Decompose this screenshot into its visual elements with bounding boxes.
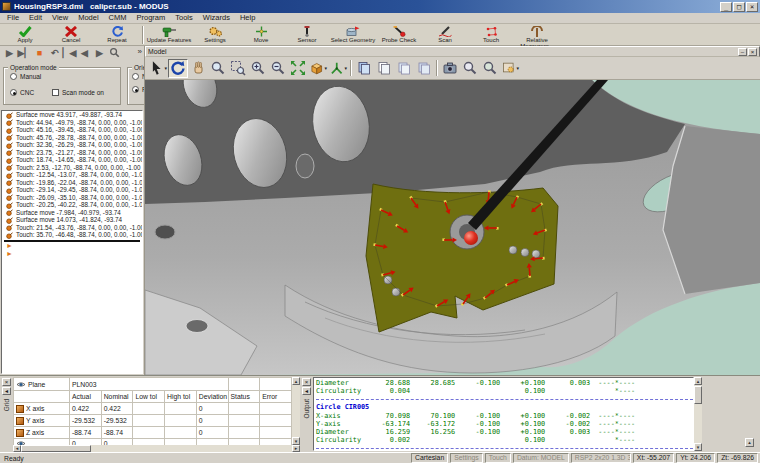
find-step-button[interactable]: [107, 47, 122, 61]
playback-button[interactable]: ▶: [2, 47, 17, 61]
output-collapse-button[interactable]: ◂: [302, 387, 311, 395]
apply-button[interactable]: Apply: [2, 25, 48, 43]
playback-button[interactable]: ◀: [77, 47, 92, 61]
output-scrollbar[interactable]: ▴ ▾: [694, 377, 702, 451]
program-step-item[interactable]: Touch: -29.14, -29.45, -88.74, 0.00, 0.0…: [2, 186, 142, 194]
zoom-all-button[interactable]: [480, 59, 500, 78]
cell-actual[interactable]: 0.422: [70, 403, 102, 415]
scrollbar-thumb[interactable]: [21, 445, 91, 452]
playback-button[interactable]: ▶: [92, 47, 107, 61]
grid-vertical-scrollbar[interactable]: ▴ ▾: [292, 377, 300, 445]
zoom-in-button[interactable]: [248, 59, 268, 78]
scrollbar-thumb[interactable]: [694, 386, 702, 404]
measurement-output[interactable]: Diameter 28.688 28.685 -0.100 +0.100 0.0…: [313, 377, 694, 451]
rotate-view-button[interactable]: [168, 59, 188, 78]
title-bar[interactable]: HousingRSP3.dmi caliper.sub - MODUS _ □ …: [0, 0, 760, 13]
move-button[interactable]: Move: [238, 25, 284, 43]
orient-n-radio[interactable]: [132, 73, 139, 80]
select-cursor-button[interactable]: ▾: [148, 59, 168, 78]
model-close-button[interactable]: ×: [748, 48, 757, 56]
program-step-item[interactable]: Touch: 45.16, -39.45, -88.74, 0.00, 0.00…: [2, 126, 142, 134]
minimize-button[interactable]: _: [720, 2, 732, 12]
playback-button[interactable]: ▶▏: [17, 47, 32, 61]
grid-horizontal-scrollbar[interactable]: ◂ ▸: [13, 445, 300, 452]
cancel-button[interactable]: Cancel: [48, 25, 94, 43]
program-step-item[interactable]: Surface move -7.984, -40.979, -93.74: [2, 209, 142, 217]
repeat-button[interactable]: Repeat: [94, 25, 140, 43]
cell-nominal[interactable]: 0.422: [101, 403, 133, 415]
playback-button[interactable]: ↶: [47, 47, 62, 61]
display-options-button[interactable]: ▾: [500, 59, 520, 78]
cell-high-tol[interactable]: [165, 415, 197, 427]
program-step-item[interactable]: Touch: 35.70, -46.48, -88.74, 0.00, 0.00…: [2, 231, 142, 239]
scan-button[interactable]: Scan: [422, 25, 468, 43]
cell-actual[interactable]: -29.532: [70, 415, 102, 427]
menu-item[interactable]: Program: [132, 13, 171, 23]
menu-item[interactable]: Wizards: [198, 13, 235, 23]
maximize-button[interactable]: □: [733, 2, 745, 12]
grid-collapse-button[interactable]: ◂: [2, 387, 11, 395]
program-step-item[interactable]: Touch: -19.86, -22.04, -88.74, 0.00, 0.0…: [2, 179, 142, 187]
cnc-radio[interactable]: [10, 89, 17, 96]
cell-nominal[interactable]: -29.532: [101, 415, 133, 427]
cell-low-tol[interactable]: [133, 427, 165, 439]
zoom-out-button[interactable]: [268, 59, 288, 78]
close-button[interactable]: ×: [746, 2, 758, 12]
zoom-selected-button[interactable]: [460, 59, 480, 78]
copy-view-button[interactable]: [354, 59, 374, 78]
zoom-view-button[interactable]: [208, 59, 228, 78]
touch-button[interactable]: Touch: [468, 25, 514, 43]
cell-actual[interactable]: -88.74: [70, 427, 102, 439]
pending-step-item[interactable]: ►: [2, 250, 142, 258]
datum-axes-button[interactable]: ▾: [328, 59, 348, 78]
program-step-item[interactable]: Touch: -20.25, -40.22, -88.74, 0.00, 0.0…: [2, 201, 142, 209]
snapshot-button[interactable]: [440, 59, 460, 78]
fit-view-button[interactable]: [288, 59, 308, 78]
feature-name-cell[interactable]: PLN003: [70, 378, 229, 391]
grid-close-button[interactable]: ×: [2, 378, 11, 386]
orient-p-radio[interactable]: [132, 86, 139, 93]
sensor-button[interactable]: Sensor: [284, 25, 330, 43]
program-step-item[interactable]: Touch: -12.54, -13.07, -88.74, 0.00, 0.0…: [2, 171, 142, 179]
playback-button[interactable]: ■: [32, 47, 47, 61]
scroll-left-icon[interactable]: ◂: [13, 445, 21, 452]
model-viewport[interactable]: [145, 80, 760, 375]
cell-nominal[interactable]: -88.74: [101, 427, 133, 439]
scroll-up-icon[interactable]: ▴: [694, 377, 702, 385]
program-step-item[interactable]: Surface move 43.917, -49.887, -93.74: [2, 111, 142, 119]
menu-item[interactable]: Edit: [24, 13, 47, 23]
model-restore-button[interactable]: –: [738, 48, 747, 56]
layer-a-button[interactable]: [394, 59, 414, 78]
output-close-button[interactable]: ×: [302, 378, 311, 386]
cell-high-tol[interactable]: [165, 403, 197, 415]
cell-low-tol[interactable]: [133, 403, 165, 415]
standard-views-button[interactable]: ▾: [308, 59, 328, 78]
scroll-down-icon[interactable]: ▾: [694, 443, 702, 451]
scroll-up-icon[interactable]: ▴: [745, 438, 754, 447]
zoom-window-button[interactable]: [228, 59, 248, 78]
scroll-right-icon[interactable]: ▸: [292, 445, 300, 452]
pan-hand-button[interactable]: [188, 59, 208, 78]
program-step-item[interactable]: Touch: -26.09, -35.10, -88.74, 0.00, 0.0…: [2, 194, 142, 202]
scroll-down-icon[interactable]: ▾: [292, 437, 300, 445]
menu-item[interactable]: Model: [73, 13, 103, 23]
layer-b-button[interactable]: [414, 59, 434, 78]
program-step-item[interactable]: Touch: 32.36, -26.29, -88.74, 0.00, 0.00…: [2, 141, 142, 149]
playback-button[interactable]: ▏◀: [62, 47, 77, 61]
program-step-item[interactable]: Touch: 44.94, -49.79, -88.74, 0.00, 0.00…: [2, 119, 142, 127]
program-step-item[interactable]: Surface move 14.073, -41.824, -93.74: [2, 216, 142, 224]
menu-item[interactable]: Tools: [170, 13, 198, 23]
toolbar-overflow-chevron[interactable]: »: [138, 47, 142, 56]
program-step-item[interactable]: Touch: 2.53, -12.70, -88.74, 0.00, 0.00,…: [2, 164, 142, 172]
program-step-item[interactable]: Touch: 21.54, -43.76, -88.74, 0.00, 0.00…: [2, 224, 142, 232]
menu-item[interactable]: File: [2, 13, 24, 23]
program-step-item[interactable]: Touch: 18.74, -14.65, -88.74, 0.00, 0.00…: [2, 156, 142, 164]
program-step-item[interactable]: Touch: 23.75, -21.27, -88.74, 0.00, 0.00…: [2, 149, 142, 157]
measurement-grid[interactable]: Plane PLN003 Actual Nominal Low tol High…: [13, 377, 292, 445]
program-step-item[interactable]: Touch: 45.76, -28.78, -88.74, 0.00, 0.00…: [2, 134, 142, 142]
menu-item[interactable]: Help: [235, 13, 260, 23]
select-geometry-button[interactable]: Select Geometry: [330, 25, 376, 43]
program-step-list[interactable]: Surface move 43.917, -49.887, -93.74 Tou…: [1, 110, 143, 374]
cell-low-tol[interactable]: [133, 415, 165, 427]
scan-mode-checkbox[interactable]: [52, 89, 59, 96]
